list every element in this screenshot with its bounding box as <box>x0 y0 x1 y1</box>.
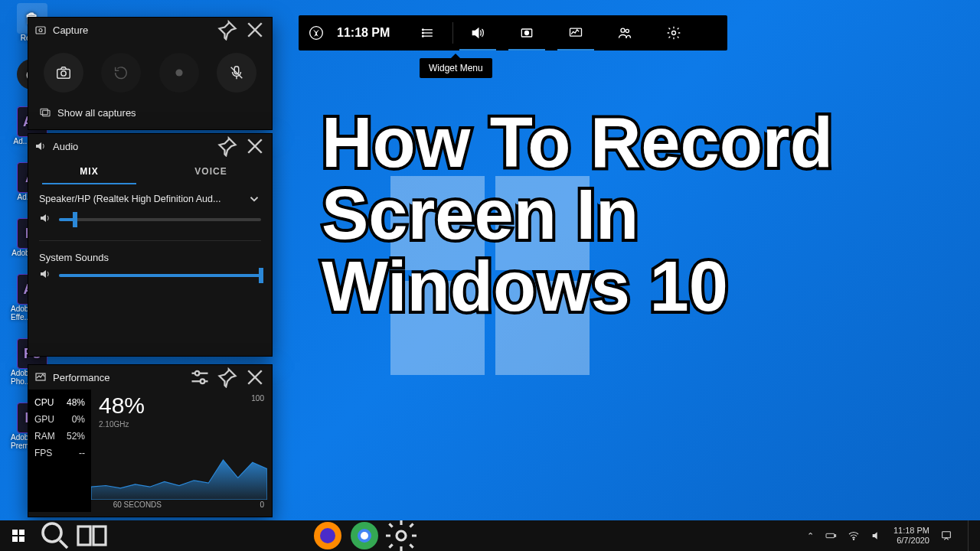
close-button[interactable] <box>244 19 266 41</box>
pin-button[interactable] <box>217 135 238 157</box>
svg-point-8 <box>525 31 529 35</box>
system-volume-slider[interactable] <box>59 274 261 277</box>
xbox-icon[interactable] <box>299 25 334 41</box>
svg-point-12 <box>672 31 676 35</box>
metric-list: CPU48% GPU0% RAM52% FPS-- <box>28 390 91 512</box>
show-all-captures-label: Show all captures <box>57 107 136 119</box>
svg-line-35 <box>60 540 67 548</box>
gallery-icon <box>39 106 51 119</box>
close-button[interactable] <box>244 135 266 157</box>
start-button[interactable] <box>0 520 37 551</box>
svg-point-43 <box>397 531 406 540</box>
svg-point-10 <box>621 28 625 32</box>
capture-icon <box>34 24 47 36</box>
tray-date: 6/7/2020 <box>897 536 929 546</box>
device-volume-slider[interactable] <box>59 218 261 221</box>
widget-menu-button[interactable] <box>403 15 452 51</box>
svg-point-30 <box>195 371 200 376</box>
svg-rect-13 <box>36 27 45 34</box>
tab-mix[interactable]: MIX <box>28 158 150 184</box>
tab-voice[interactable]: VOICE <box>150 158 272 184</box>
show-all-captures-link[interactable]: Show all captures <box>28 100 272 129</box>
svg-rect-44 <box>826 533 835 537</box>
svg-point-42 <box>361 532 368 540</box>
x-axis-low: 0 <box>260 500 264 509</box>
performance-widget-button[interactable] <box>551 15 600 51</box>
metric-fps[interactable]: FPS-- <box>34 448 85 458</box>
system-sounds-label: System Sounds <box>28 244 272 265</box>
svg-rect-36 <box>78 527 90 545</box>
record-last-button[interactable] <box>101 53 141 93</box>
widget-menu-tooltip: Widget Menu <box>420 58 492 78</box>
tray-time: 11:18 PM <box>893 526 929 536</box>
search-button[interactable] <box>37 520 74 551</box>
metric-ram[interactable]: RAM52% <box>34 431 85 442</box>
thumbnail-headline: How To Record Screen In Windows 10 <box>322 107 965 322</box>
system-tray[interactable]: ⌃ 11:18 PM 6/7/2020 <box>807 520 980 551</box>
svg-point-11 <box>626 29 629 32</box>
capture-widget-button[interactable] <box>502 15 551 51</box>
settings-taskbar-icon[interactable] <box>383 520 420 551</box>
settings-button[interactable] <box>649 15 698 51</box>
wifi-icon <box>848 530 860 542</box>
metric-big-value: 48% <box>99 393 264 419</box>
xbox-social-button[interactable] <box>600 15 649 51</box>
chevron-down-icon[interactable] <box>247 192 261 206</box>
svg-point-5 <box>423 32 424 34</box>
cpu-frequency: 2.10GHz <box>99 420 264 429</box>
task-view-button[interactable] <box>74 520 110 551</box>
firefox-icon[interactable] <box>309 520 346 551</box>
svg-point-46 <box>853 539 854 540</box>
metric-cpu[interactable]: CPU48% <box>34 397 85 408</box>
svg-point-39 <box>320 528 335 543</box>
output-device-name: Speaker/HP (Realtek High Definition Aud.… <box>39 194 241 204</box>
capture-panel: Capture Show all captures <box>28 17 273 130</box>
performance-icon <box>34 371 47 383</box>
mic-toggle-button[interactable] <box>217 53 256 93</box>
gamebar-toolbar: 11:18 PM <box>299 15 727 51</box>
performance-panel: Performance CPU48% GPU0% RAM52% FPS-- 48… <box>28 364 273 517</box>
speaker-icon <box>34 140 47 152</box>
tray-chevron-up-icon[interactable]: ⌃ <box>807 531 814 541</box>
audio-title: Audio <box>53 141 211 152</box>
volume-icon <box>39 212 51 227</box>
metric-gpu[interactable]: GPU0% <box>34 414 85 425</box>
record-button[interactable] <box>159 53 199 93</box>
x-axis-high: 60 SECONDS <box>113 500 162 509</box>
svg-point-6 <box>423 35 424 37</box>
svg-rect-24 <box>43 110 50 116</box>
svg-rect-47 <box>942 532 951 538</box>
svg-rect-37 <box>93 527 106 545</box>
y-axis-high: 100 <box>251 394 264 403</box>
pin-button[interactable] <box>217 367 238 388</box>
svg-point-19 <box>175 69 182 76</box>
options-button[interactable] <box>189 367 211 388</box>
volume-icon <box>39 268 51 282</box>
svg-rect-45 <box>835 535 835 537</box>
notifications-icon[interactable] <box>940 530 952 542</box>
cpu-chart <box>91 435 267 500</box>
svg-point-18 <box>61 71 66 76</box>
pin-button[interactable] <box>217 19 238 41</box>
audio-panel: Audio MIX VOICE Speaker/HP (Realtek High… <box>28 133 273 357</box>
performance-title: Performance <box>53 372 183 383</box>
taskbar: ⌃ 11:18 PM 6/7/2020 <box>0 520 980 551</box>
chrome-icon[interactable] <box>346 520 383 551</box>
svg-rect-23 <box>41 109 47 114</box>
close-button[interactable] <box>244 367 266 388</box>
svg-point-14 <box>39 29 42 32</box>
show-desktop-button[interactable] <box>968 520 972 551</box>
screenshot-button[interactable] <box>44 53 83 93</box>
svg-point-31 <box>201 379 205 383</box>
svg-point-4 <box>423 29 424 31</box>
volume-icon <box>871 530 883 542</box>
svg-point-34 <box>43 523 61 542</box>
capture-title: Capture <box>53 24 211 36</box>
audio-widget-button[interactable] <box>453 15 502 51</box>
battery-icon <box>825 530 837 542</box>
gamebar-time: 11:18 PM <box>334 26 403 40</box>
